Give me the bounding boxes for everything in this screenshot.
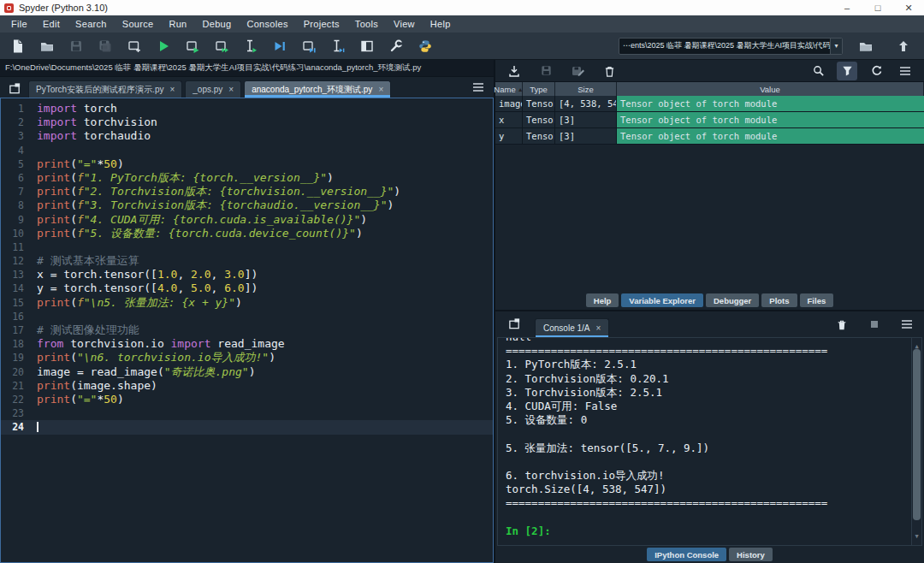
line-number[interactable]: 24 (1, 420, 37, 434)
variable-row[interactable]: yTensor[3]Tensor object of torch module (495, 128, 924, 145)
save-all-button[interactable] (94, 35, 116, 56)
line-number[interactable]: 21 (1, 379, 37, 393)
code-line[interactable]: 7print(f"2. Torchvision版本: {torchvision.… (1, 185, 493, 199)
line-number[interactable]: 11 (1, 240, 37, 254)
tab-variable-explorer[interactable]: Variable Explorer (621, 293, 703, 307)
tab-files[interactable]: Files (800, 293, 834, 307)
console-tab[interactable]: Console 1/A × (535, 318, 609, 337)
code-line[interactable]: 6print(f"1. PyTorch版本: {torch.__version_… (1, 171, 493, 185)
clear-console-button[interactable] (832, 315, 852, 334)
code-line[interactable]: 23 (1, 406, 493, 420)
code-line[interactable]: 13x = torch.tensor([1.0, 2.0, 3.0]) (1, 268, 493, 282)
line-number[interactable]: 13 (1, 268, 37, 282)
code-line[interactable]: 4 (1, 144, 493, 157)
menu-help[interactable]: Help (423, 19, 459, 29)
close-tab-icon[interactable]: × (169, 85, 175, 94)
run-cell-button[interactable] (181, 35, 203, 56)
line-number[interactable]: 10 (1, 227, 37, 240)
line-number[interactable]: 18 (1, 337, 37, 351)
code-editor[interactable]: 1import torch2import torchvision3import … (0, 98, 494, 563)
code-line[interactable]: 24 (1, 420, 493, 434)
line-number[interactable]: 3 (1, 129, 37, 143)
minimize-button[interactable]: – (832, 0, 862, 15)
console-options-button[interactable] (897, 315, 917, 334)
variable-row[interactable]: xTensor[3]Tensor object of torch module (495, 112, 924, 128)
code-line[interactable]: 15print(f"\n5. 张量加法: {x + y}") (1, 296, 493, 310)
close-button[interactable]: ✕ (893, 0, 924, 15)
python-path-manager-button[interactable] (414, 35, 435, 56)
browse-tabs-button[interactable] (4, 80, 25, 97)
code-line[interactable]: 11 (1, 240, 493, 254)
debug-selection-button[interactable] (327, 35, 348, 56)
menu-file[interactable]: File (3, 19, 35, 29)
maximize-pane-button[interactable] (356, 35, 377, 56)
line-number[interactable]: 17 (1, 323, 37, 337)
menu-run[interactable]: Run (161, 19, 194, 29)
remove-variable-button[interactable] (599, 62, 619, 80)
run-file-button[interactable] (152, 35, 174, 56)
save-data-as-button[interactable] (567, 62, 588, 80)
code-line[interactable]: 8print(f"3. Torchvision版本: {torchaudio._… (1, 199, 493, 212)
menu-edit[interactable]: Edit (35, 19, 68, 29)
variable-explorer-options-button[interactable] (895, 62, 915, 80)
import-data-button[interactable] (504, 62, 524, 80)
line-number[interactable]: 19 (1, 351, 37, 364)
tab-plots[interactable]: Plots (761, 293, 797, 307)
parent-directory-button[interactable] (892, 35, 914, 56)
save-button[interactable] (65, 35, 86, 56)
tab-ipython-console[interactable]: IPython Console (647, 548, 726, 561)
editor-tab[interactable]: anaconda_pytorch_环境测试.py× (244, 80, 391, 98)
code-line[interactable]: 14y = torch.tensor([4.0, 5.0, 6.0]) (1, 282, 493, 295)
code-line[interactable]: 18from torchvision.io import read_image (1, 337, 493, 351)
line-number[interactable]: 5 (1, 157, 37, 171)
search-icon[interactable] (808, 62, 828, 80)
editor-options-button[interactable] (468, 79, 489, 96)
menu-search[interactable]: Search (68, 19, 115, 29)
code-line[interactable]: 22print("="*50) (1, 393, 493, 406)
close-console-icon[interactable]: × (595, 323, 601, 333)
code-line[interactable]: 9print(f"4. CUDA可用: {torch.cuda.is_avail… (1, 213, 493, 227)
column-header-type[interactable]: Type (523, 82, 555, 96)
line-number[interactable]: 1 (1, 102, 37, 116)
browse-directory-button[interactable] (855, 35, 876, 56)
code-line[interactable]: 16 (1, 310, 493, 323)
debug-file-button[interactable] (269, 35, 290, 56)
close-tab-icon[interactable]: × (378, 85, 383, 94)
editor-tab[interactable]: PyTorch安装后的测试程序演示.py× (28, 80, 182, 98)
editor-tab[interactable]: _ops.py× (185, 80, 241, 98)
line-number[interactable]: 14 (1, 282, 37, 295)
variable-row[interactable]: imageTensor[4, 538, 547]Tensor object of… (495, 96, 924, 112)
line-number[interactable]: 7 (1, 185, 37, 199)
menu-view[interactable]: View (386, 19, 423, 29)
line-number[interactable]: 12 (1, 254, 37, 268)
menu-tools[interactable]: Tools (347, 19, 386, 29)
line-number[interactable]: 4 (1, 144, 37, 157)
code-line[interactable]: 21print(image.shape) (1, 379, 493, 393)
tab-history[interactable]: History (729, 548, 773, 561)
debug-cell-button[interactable] (298, 35, 319, 56)
refresh-icon[interactable] (866, 62, 886, 80)
line-number[interactable]: 23 (1, 406, 37, 420)
scroll-down-icon[interactable]: ▼ (912, 530, 921, 543)
stop-kernel-button[interactable] (864, 315, 885, 334)
line-number[interactable]: 15 (1, 296, 37, 310)
scrollbar-thumb[interactable] (913, 349, 921, 520)
code-line[interactable]: 2import torchvision (1, 116, 493, 129)
code-line[interactable]: 20image = read_image("奇诺比奥.png") (1, 365, 493, 379)
code-line[interactable]: 17# 测试图像处理功能 (1, 323, 493, 337)
open-file-button[interactable] (36, 35, 57, 56)
line-number[interactable]: 9 (1, 213, 37, 227)
working-directory-combobox[interactable]: ⋯ents\2025 临菲 暑期课程\2025 暑期大学生AI项目实战\代码练习… (619, 38, 843, 55)
run-selection-button[interactable] (240, 35, 261, 56)
new-file-button[interactable] (7, 35, 28, 56)
line-number[interactable]: 8 (1, 199, 37, 212)
line-number[interactable]: 2 (1, 116, 37, 129)
code-line[interactable]: 1import torch (1, 102, 493, 116)
chevron-down-icon[interactable]: ▾ (830, 39, 842, 54)
filter-icon[interactable] (837, 62, 857, 80)
save-data-button[interactable] (536, 62, 556, 80)
console-scrollbar[interactable]: ▲ ▼ (911, 338, 921, 545)
code-line[interactable]: 19print("\n6. torchvision.io导入成功!") (1, 351, 493, 364)
column-header-name[interactable]: Name▲ (495, 82, 523, 96)
code-line[interactable]: 12# 测试基本张量运算 (1, 254, 493, 268)
